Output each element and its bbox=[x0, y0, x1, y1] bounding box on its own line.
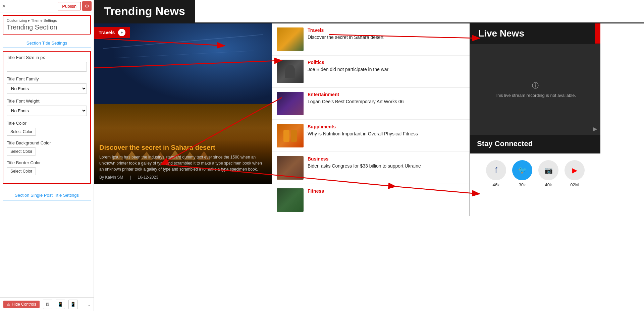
news-item: Travels Discover the secret in Sahara de… bbox=[272, 23, 470, 55]
breadcrumb-title: Trending Section bbox=[7, 23, 87, 31]
news-thumb-travels bbox=[277, 27, 304, 51]
social-item-youtube: ▶ 02M bbox=[565, 160, 585, 187]
video-container: ⓘ This live stream recording is not avai… bbox=[470, 44, 600, 135]
tablet-view-button[interactable]: 📱 bbox=[56, 300, 65, 309]
facebook-count: 46k bbox=[493, 182, 500, 187]
live-news-title: Live News bbox=[478, 28, 587, 39]
font-weight-label: Title Font Weight bbox=[7, 99, 87, 104]
desktop-icon: 🖥 bbox=[45, 302, 50, 307]
live-news-header-block: Live News bbox=[470, 23, 595, 44]
news-title: Why is Nutrition Important in Overall Ph… bbox=[308, 131, 465, 137]
news-item: Politics Joe Biden did not participate i… bbox=[272, 56, 470, 87]
facebook-button[interactable]: f bbox=[486, 160, 506, 180]
video-unavailable-text: This live stream recording is not availa… bbox=[488, 93, 583, 98]
social-item-facebook: f 46k bbox=[486, 160, 506, 187]
preview-area: Trending News bbox=[94, 0, 644, 311]
font-family-label: Title Font Family bbox=[7, 76, 87, 81]
featured-category-tag: Travels + bbox=[94, 27, 130, 38]
font-size-input[interactable] bbox=[7, 62, 87, 72]
font-weight-group: Title Font Weight No Fonts 100 300 400 7… bbox=[7, 99, 87, 116]
title-color-label: Title Color bbox=[7, 121, 87, 126]
trending-title: Trending News bbox=[104, 5, 185, 18]
news-thumb-business bbox=[277, 156, 304, 180]
featured-caption: Discover the secret in Sahara desert Lor… bbox=[94, 139, 272, 184]
featured-meta: By Kalvin SM | 16-12-2023 bbox=[99, 175, 266, 180]
news-item: Suppliments Why is Nutrition Important i… bbox=[272, 120, 470, 152]
news-title: Discover the secret in Sahara desert bbox=[308, 34, 465, 41]
main-preview: Trending News bbox=[94, 0, 644, 311]
instagram-button[interactable]: 📷 bbox=[538, 160, 558, 180]
live-badge bbox=[595, 23, 600, 44]
hide-controls-button[interactable]: ⚠ Hide Controls bbox=[3, 301, 40, 308]
instagram-count: 40k bbox=[545, 182, 552, 187]
font-size-label: Title Font Size in px bbox=[7, 55, 87, 60]
youtube-count: 02M bbox=[570, 182, 579, 187]
mobile-icon: 📱 bbox=[70, 302, 76, 307]
live-news-header-row: Live News bbox=[470, 23, 600, 44]
news-item: Business Biden asks Congress for $33 bil… bbox=[272, 152, 470, 184]
news-title: Logan Cee's Best Contemporary Art Works … bbox=[308, 99, 465, 105]
news-category: Suppliments bbox=[308, 124, 465, 129]
trending-body: Travels + Discover the secret in Sahara … bbox=[94, 23, 644, 216]
news-category: Fitness bbox=[308, 188, 465, 194]
news-list: Travels Discover the secret in Sahara de… bbox=[272, 23, 470, 216]
featured-category-label: Travels bbox=[99, 30, 115, 35]
news-title: Joe Biden did not participate in the war bbox=[308, 66, 465, 73]
news-info: Travels Discover the secret in Sahara de… bbox=[308, 27, 465, 41]
news-title: Biden asks Congress for $33 billion to s… bbox=[308, 163, 465, 170]
news-category: Travels bbox=[308, 27, 465, 33]
mobile-view-button[interactable]: 📱 bbox=[68, 300, 78, 309]
breadcrumb: Customizing ▸ Theme Settings Trending Se… bbox=[3, 15, 91, 35]
news-category: Business bbox=[308, 156, 465, 162]
stay-connected-header-block: Stay Connected bbox=[470, 135, 600, 153]
news-info: Politics Joe Biden did not participate i… bbox=[308, 60, 465, 73]
twitter-button[interactable]: 🐦 bbox=[512, 160, 532, 180]
title-color-button[interactable]: Select Color bbox=[7, 128, 36, 136]
news-thumb-politics bbox=[277, 60, 304, 83]
sidebar-topbar: × Publish ⚙ bbox=[0, 0, 94, 12]
tablet-icon: 📱 bbox=[57, 302, 63, 307]
font-weight-select[interactable]: No Fonts 100 300 400 700 900 bbox=[7, 106, 87, 116]
youtube-button[interactable]: ▶ bbox=[565, 160, 585, 180]
news-item: Fitness bbox=[272, 184, 470, 216]
share-icon[interactable]: + bbox=[118, 29, 125, 36]
sidebar: × Publish ⚙ Customizing ▸ Theme Settings… bbox=[0, 0, 94, 311]
close-button[interactable]: × bbox=[2, 3, 6, 10]
featured-post: Travels + Discover the secret in Sahara … bbox=[94, 23, 272, 216]
news-info: Business Biden asks Congress for $33 bil… bbox=[308, 156, 465, 170]
featured-title: Discover the secret in Sahara desert bbox=[99, 144, 266, 151]
title-bg-color-button[interactable]: Select Color bbox=[7, 147, 36, 156]
bottom-bar: ⚠ Hide Controls 🖥 📱 📱 ↓ bbox=[0, 297, 94, 311]
gear-icon: ⚙ bbox=[85, 3, 89, 9]
publish-button[interactable]: Publish bbox=[58, 2, 81, 10]
news-info: Entertainment Logan Cee's Best Contempor… bbox=[308, 92, 465, 105]
section-title-settings-label: Section Title Settings bbox=[3, 37, 91, 48]
twitter-count: 30k bbox=[519, 182, 526, 187]
desktop-view-button[interactable]: 🖥 bbox=[43, 300, 52, 309]
social-item-instagram: 📷 40k bbox=[538, 160, 558, 187]
featured-desc: Lorem Ipsum has been the industrys stand… bbox=[99, 154, 266, 172]
news-thumb-entertainment bbox=[277, 92, 304, 115]
stay-connected-title: Stay Connected bbox=[477, 139, 594, 148]
news-item: Entertainment Logan Cee's Best Contempor… bbox=[272, 88, 470, 120]
scroll-down-icon: ↓ bbox=[88, 302, 90, 307]
font-family-select[interactable]: No Fonts Arial Georgia Verdana bbox=[7, 83, 87, 94]
featured-author: By Kalvin SM bbox=[99, 175, 123, 180]
scroll-down-button[interactable]: ↓ bbox=[88, 302, 90, 307]
settings-panel: Title Font Size in px Title Font Family … bbox=[3, 51, 91, 184]
news-thumb-fitness bbox=[277, 188, 304, 212]
title-border-color-group: Title Border Color Select Color bbox=[7, 160, 87, 175]
news-category: Politics bbox=[308, 60, 465, 65]
title-border-color-button[interactable]: Select Color bbox=[7, 167, 36, 175]
title-bg-color-label: Title Background Color bbox=[7, 140, 87, 145]
news-thumb-supplements bbox=[277, 124, 304, 147]
hide-controls-label: Hide Controls bbox=[12, 302, 36, 307]
title-bg-color-group: Title Background Color Select Color bbox=[7, 140, 87, 156]
youtube-watermark-icon: ▶ bbox=[593, 126, 597, 132]
trending-header-block: Trending News bbox=[94, 0, 195, 22]
title-border-color-label: Title Border Color bbox=[7, 160, 87, 165]
breadcrumb-path: Customizing ▸ Theme Settings bbox=[7, 18, 87, 23]
featured-date: 16-12-2023 bbox=[138, 175, 158, 180]
title-color-group: Title Color Select Color bbox=[7, 121, 87, 136]
gear-button[interactable]: ⚙ bbox=[82, 1, 92, 11]
